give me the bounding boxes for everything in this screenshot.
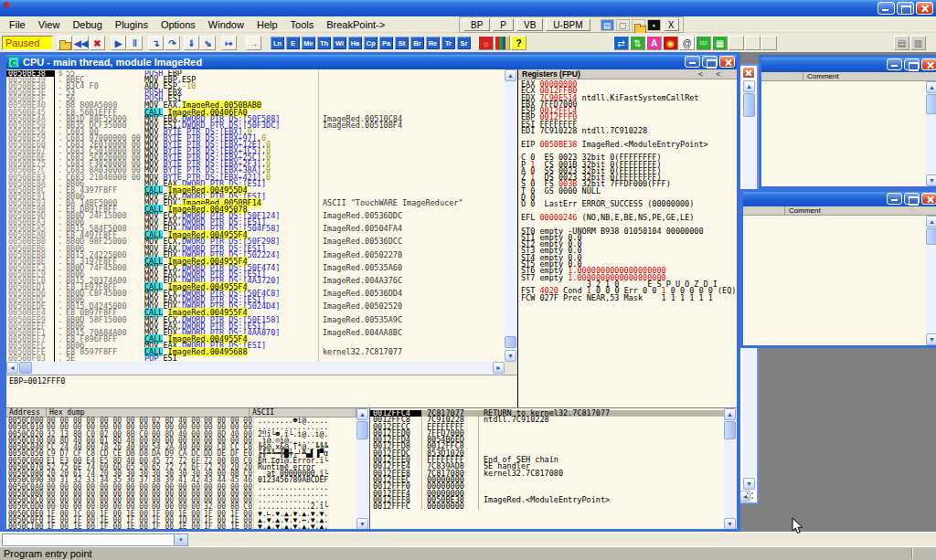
scroll-down-icon[interactable]: ▼ bbox=[505, 350, 516, 362]
minimize-button[interactable] bbox=[887, 58, 902, 70]
stack-row[interactable]: 0012FFF000000000 bbox=[370, 483, 737, 490]
scrollbar[interactable]: ▲ ▼ bbox=[926, 81, 936, 186]
menu-item[interactable]: BreakPoint-> bbox=[320, 19, 391, 30]
restart-icon[interactable]: ◀◀ bbox=[73, 36, 89, 50]
menu-item[interactable]: Tools bbox=[284, 19, 321, 30]
dump-header-address[interactable]: Address bbox=[6, 408, 47, 417]
execute-till-return-icon[interactable]: ↦ bbox=[221, 36, 237, 50]
scroll-up-icon[interactable]: ▲ bbox=[926, 81, 936, 93]
stack-vscrollbar[interactable]: ▲ ▼ bbox=[724, 408, 737, 529]
highlight-icon[interactable]: A bbox=[646, 36, 662, 50]
minimize-button[interactable] bbox=[878, 2, 895, 15]
restore-button[interactable] bbox=[897, 2, 914, 15]
close-icon[interactable] bbox=[742, 67, 755, 79]
stack-row[interactable]: 0012FFF80050BE38ImageRed.<ModuleEntryPoi… bbox=[370, 497, 737, 503]
viewer-button-th[interactable]: Th bbox=[317, 37, 331, 49]
list-grid-icon[interactable]: ▥ bbox=[910, 36, 926, 50]
minimize-button[interactable] bbox=[685, 56, 700, 68]
disabled-button[interactable] bbox=[729, 36, 744, 50]
screen-icon[interactable]: ▦ bbox=[712, 36, 728, 50]
fingerprint-icon[interactable]: @ bbox=[679, 36, 695, 50]
comment-window-middle-titlebar[interactable] bbox=[743, 192, 936, 206]
fpu-prev-icon[interactable]: < bbox=[698, 69, 716, 79]
column-comment[interactable]: Comment bbox=[803, 72, 936, 80]
viewer-button-cp[interactable]: Cp bbox=[364, 37, 378, 49]
viewer-button-br[interactable]: Br bbox=[410, 37, 424, 49]
scroll-down-icon[interactable]: ▼ bbox=[356, 518, 368, 529]
menu-item[interactable]: View bbox=[32, 19, 67, 30]
comment-window-top-titlebar[interactable] bbox=[761, 58, 936, 72]
viewer-button-e[interactable]: E bbox=[286, 37, 300, 49]
scroll-up-icon[interactable]: ▲ bbox=[356, 408, 368, 420]
menu-item[interactable]: Debug bbox=[66, 19, 108, 30]
help-icon[interactable]: ? bbox=[511, 36, 526, 50]
close-button[interactable] bbox=[719, 56, 735, 68]
dump-pane[interactable]: Address Hex dump ASCII 0050C00000 00 00 … bbox=[6, 408, 356, 529]
comment-window-top[interactable]: Comment ▲ ▼ bbox=[759, 55, 936, 189]
animate-over-icon[interactable]: ⇘ bbox=[200, 36, 216, 50]
plugin-button[interactable]: VB bbox=[516, 18, 543, 31]
stack-row[interactable]: 0012FFFC00000000 bbox=[370, 503, 737, 510]
stack-row[interactable]: 0012FFC47C817077RETURN to kernel32.7C817… bbox=[370, 410, 737, 417]
disasm-row[interactable]: 0050BEFE.E8 8597F8FFCALL ImageRed.004956… bbox=[6, 349, 505, 355]
console-icon[interactable]: ▪ bbox=[647, 19, 661, 31]
scrollbar[interactable]: ▲ ▼ bbox=[926, 216, 936, 345]
stack-row[interactable]: 0012FFD48054B6ED bbox=[370, 437, 737, 443]
page-icon[interactable]: ▢ bbox=[616, 19, 630, 31]
viewer-button-sr[interactable]: Sr bbox=[457, 37, 471, 49]
goto-icon[interactable]: → bbox=[246, 36, 261, 50]
open-file-icon[interactable] bbox=[57, 36, 72, 50]
close-button[interactable] bbox=[916, 2, 933, 15]
plugin-button[interactable]: U-BPM bbox=[546, 18, 590, 31]
scroll-up-icon[interactable]: ▲ bbox=[743, 80, 755, 92]
menu-item[interactable]: File bbox=[3, 19, 32, 30]
disabled-button[interactable] bbox=[745, 36, 760, 50]
stack-row[interactable]: 0012FFD07FFD7000 bbox=[370, 430, 737, 437]
dump-header-hex[interactable]: Hex dump bbox=[47, 408, 250, 417]
viewer-button-ha[interactable]: Ha bbox=[348, 37, 362, 49]
dropdown-icon[interactable]: ▼ bbox=[174, 534, 187, 545]
scroll-down-icon[interactable]: ▼ bbox=[926, 174, 936, 186]
viewer-button-tr[interactable]: Tr bbox=[441, 37, 455, 49]
scroll-thumb[interactable] bbox=[743, 93, 755, 117]
binary-icon[interactable]: 010 bbox=[696, 36, 711, 50]
scroll-thumb[interactable] bbox=[505, 336, 516, 348]
cpu-titlebar[interactable]: C CPU - main thread, module ImageRed bbox=[6, 55, 737, 69]
breakpoint-target-icon[interactable]: ◉ bbox=[663, 36, 678, 50]
stack-pane[interactable]: 0012FFC47C817077RETURN to kernel32.7C817… bbox=[369, 408, 737, 529]
registers-pane[interactable]: Registers (FPU) << EAX 00000000ECX 0012F… bbox=[517, 69, 737, 407]
scroll-down-icon[interactable]: ▼ bbox=[724, 518, 736, 529]
stack-row[interactable]: 0012FFE0FFFFFFFFEnd of SEH chain bbox=[370, 457, 737, 463]
pause-icon[interactable]: ‖ bbox=[127, 36, 143, 50]
plugin-button[interactable]: BP bbox=[463, 18, 490, 31]
plugin-button[interactable]: P bbox=[493, 18, 514, 31]
viewer-button-me[interactable]: Me bbox=[302, 37, 315, 49]
column-headers[interactable]: Comment bbox=[743, 206, 936, 216]
scroll-down-icon[interactable]: ▼ bbox=[743, 478, 755, 490]
fpu-next-icon[interactable]: < bbox=[716, 69, 733, 79]
stack-row[interactable]: 0012FFC87C910228ntdll.7C910228 bbox=[370, 417, 737, 423]
cpu-window[interactable]: C CPU - main thread, module ImageRed 005… bbox=[0, 52, 740, 532]
scroll-down-icon[interactable]: ▼ bbox=[926, 333, 936, 345]
command-input[interactable] bbox=[3, 534, 174, 545]
dump-vscrollbar[interactable]: ▲ ▼ bbox=[356, 408, 369, 529]
viewer-button-ln[interactable]: Ln bbox=[271, 37, 284, 49]
comment-window-middle[interactable]: Comment ▲ ▼ bbox=[740, 189, 936, 348]
list-columns-icon[interactable]: ▤ bbox=[894, 36, 909, 50]
scroll-right-icon[interactable]: ► bbox=[493, 362, 505, 374]
scroll-thumb[interactable] bbox=[926, 228, 936, 245]
options-gear-icon[interactable]: ☼ bbox=[478, 36, 494, 50]
disasm-row[interactable]: 0050BE3B.83C4 F0ADD ESP,-10 bbox=[6, 83, 505, 90]
menu-item[interactable]: Help bbox=[250, 19, 284, 30]
animate-into-icon[interactable]: ⇓ bbox=[184, 36, 199, 50]
plugin-close-button[interactable]: X bbox=[664, 18, 679, 31]
restore-button[interactable] bbox=[702, 56, 718, 68]
scroll-up-icon[interactable]: ▲ bbox=[505, 69, 516, 81]
stack-row[interactable]: 0012FFEC00000000 bbox=[370, 477, 737, 483]
appearance-icon[interactable] bbox=[495, 36, 510, 50]
disasm-row[interactable]: 0050BE3E.53PUSH EBX bbox=[6, 90, 505, 96]
close-program-icon[interactable]: ✖ bbox=[90, 36, 105, 50]
stack-row[interactable]: 0012FFE87C817080kernel32.7C817080 bbox=[370, 470, 737, 477]
column-blank[interactable] bbox=[743, 206, 785, 215]
swap-arrows-icon[interactable]: ⇄ bbox=[613, 36, 629, 50]
